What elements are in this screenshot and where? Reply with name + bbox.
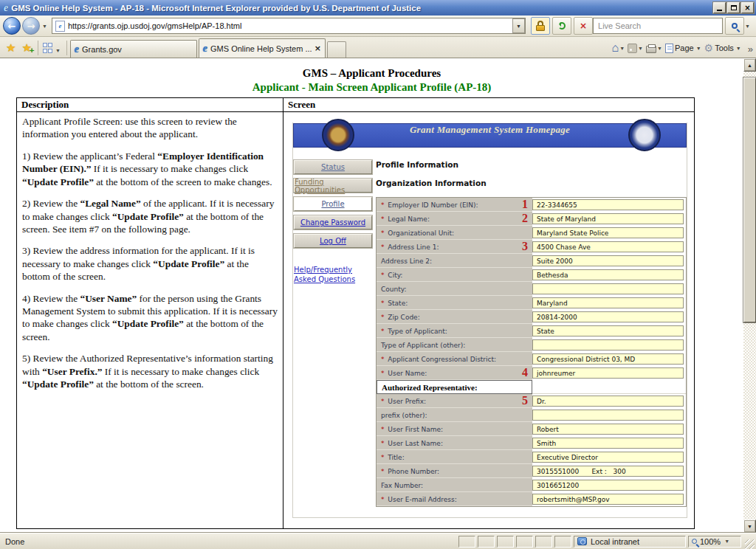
- print-icon[interactable]: [646, 46, 656, 53]
- form-row: * Applicant Congressional District:Congr…: [377, 352, 686, 366]
- search-input[interactable]: Live Search: [593, 18, 723, 34]
- refresh-button[interactable]: [552, 17, 571, 35]
- form-value-input[interactable]: 3015551000 Ext : 300: [532, 466, 684, 477]
- zoom-dropdown-icon[interactable]: ▼: [724, 539, 729, 544]
- search-placeholder: Live Search: [598, 21, 641, 30]
- form-label: * Applicant Congressional District:: [377, 352, 532, 366]
- tab-close-icon[interactable]: ×: [315, 44, 321, 53]
- print-dropdown-icon[interactable]: ▼: [657, 46, 662, 51]
- forward-button[interactable]: →: [22, 17, 40, 35]
- vertical-scrollbar[interactable]: ▲ ▼: [743, 58, 756, 533]
- form-row: prefix (other):: [377, 408, 686, 422]
- gms-sidebar-button-change-password[interactable]: Change Password: [294, 215, 372, 229]
- form-value-input[interactable]: 20814-2000: [532, 311, 684, 322]
- tab-grants-gov[interactable]: e Grants.gov: [70, 40, 197, 58]
- back-button[interactable]: ←: [3, 17, 21, 35]
- help-table: Description Screen Applicant Profile Scr…: [16, 97, 695, 529]
- column-header-screen: Screen: [284, 98, 694, 112]
- gms-sidebar-button-funding-opportunities[interactable]: Funding Opportunities: [294, 179, 372, 193]
- security-zone-pane: Local intranet: [574, 536, 686, 548]
- form-value-input[interactable]: Bethesda: [532, 269, 684, 280]
- annotation-number: 5: [522, 394, 528, 407]
- page-dropdown-icon[interactable]: ▼: [696, 46, 701, 51]
- gms-help-link[interactable]: Help/Frequently Asked Questions: [294, 266, 372, 284]
- close-button[interactable]: ×: [741, 2, 754, 13]
- tools-menu-label[interactable]: Tools: [715, 44, 734, 52]
- form-value-cell: 3015551000 Ext : 300: [532, 464, 686, 478]
- form-label: Type of Applicant (other):: [377, 338, 532, 352]
- form-value-input[interactable]: Congressional District 03, MD: [532, 353, 684, 365]
- form-value-input[interactable]: Executive Director: [532, 452, 684, 463]
- address-dropdown-button[interactable]: ▼: [512, 18, 525, 33]
- tab-label: Grants.gov: [82, 45, 193, 54]
- gms-sidebar-button-status[interactable]: Status: [294, 160, 372, 174]
- restore-button[interactable]: [727, 2, 740, 13]
- form-value-input[interactable]: Robert: [532, 424, 684, 435]
- home-dropdown-icon[interactable]: ▼: [619, 46, 625, 51]
- home-icon[interactable]: ⌂: [611, 41, 619, 55]
- form-value-input[interactable]: Dr.: [532, 396, 684, 407]
- form-row: Address Line 2:Suite 2000: [377, 254, 686, 268]
- url-text[interactable]: https://grants.ojp.usdoj.gov/gmsHelp/AP-…: [68, 21, 512, 30]
- zoom-control[interactable]: 100% ▼: [688, 536, 741, 548]
- form-label: * User Prefix:5: [377, 394, 532, 408]
- search-options-dropdown-icon[interactable]: ▼: [744, 24, 753, 29]
- form-row: County:: [377, 282, 686, 296]
- resize-grip[interactable]: [745, 539, 755, 549]
- form-value-input[interactable]: State of Maryland: [532, 213, 684, 224]
- form-value-input[interactable]: State: [532, 325, 684, 336]
- overflow-chevron-icon[interactable]: »: [748, 41, 753, 55]
- stop-button[interactable]: ×: [574, 17, 593, 35]
- address-bar[interactable]: e https://grants.ojp.usdoj.gov/gmsHelp/A…: [52, 18, 526, 34]
- security-lock-button[interactable]: [531, 17, 550, 35]
- tab-gms-help[interactable]: e GMS Online Help System ... ×: [199, 38, 326, 58]
- form-value-input[interactable]: Smith: [532, 438, 684, 449]
- scroll-up-icon[interactable]: ▲: [743, 58, 756, 72]
- add-favorite-icon[interactable]: ★+: [21, 41, 31, 55]
- form-value-input[interactable]: Maryland: [532, 297, 684, 308]
- form-value-input[interactable]: 3016651200: [532, 480, 684, 491]
- doj-seal-icon: [322, 119, 354, 151]
- tab-list-dropdown-icon[interactable]: ▼: [55, 48, 63, 58]
- form-value-input[interactable]: robertsmith@MSP.gov: [532, 494, 684, 505]
- ie-tab-icon: e: [203, 43, 207, 55]
- scrollbar-thumb[interactable]: [743, 77, 756, 322]
- page-menu-label[interactable]: Page: [675, 44, 694, 52]
- form-value-input[interactable]: 22-3344655: [532, 199, 684, 210]
- form-value-cell: Smith: [532, 436, 686, 450]
- page-menu-icon[interactable]: [665, 44, 673, 53]
- form-row: * Phone Number:3015551000 Ext : 300: [377, 464, 686, 478]
- tools-gear-icon[interactable]: ⚙: [704, 42, 714, 54]
- form-value-cell: Dr.: [532, 394, 686, 408]
- window-title: GMS Online Help System - AP-18 - Microso…: [11, 4, 712, 13]
- form-value-input[interactable]: johnreumer: [532, 367, 684, 379]
- column-header-description: Description: [17, 98, 284, 112]
- form-value-input[interactable]: [532, 339, 684, 351]
- description-paragraph: Applicant Profile Screen: use this scree…: [22, 115, 278, 141]
- new-tab-stub[interactable]: [327, 41, 346, 58]
- status-text: Done: [1, 537, 458, 546]
- tools-dropdown-icon[interactable]: ▼: [736, 46, 741, 51]
- form-value-input[interactable]: [532, 410, 684, 421]
- gms-sidebar-button-profile[interactable]: Profile: [294, 197, 372, 211]
- scroll-down-icon[interactable]: ▼: [743, 519, 756, 533]
- history-dropdown-icon[interactable]: ▼: [41, 24, 50, 29]
- feeds-icon[interactable]: [628, 44, 637, 53]
- form-value-input[interactable]: Maryland State Police: [532, 227, 684, 238]
- feeds-dropdown-icon[interactable]: ▼: [638, 46, 643, 51]
- quick-tabs-icon[interactable]: [43, 43, 53, 53]
- form-value-input[interactable]: Suite 2000: [532, 255, 684, 266]
- minimize-button[interactable]: [713, 2, 726, 13]
- form-value-cell: johnreumer: [532, 366, 686, 380]
- search-go-button[interactable]: [725, 17, 744, 35]
- form-value-cell: 3016651200: [532, 478, 686, 492]
- form-row: * Organizational Unit:Maryland State Pol…: [377, 226, 686, 240]
- form-value-input[interactable]: 4500 Chase Ave: [532, 241, 684, 252]
- form-value-cell: State: [532, 324, 686, 338]
- lock-icon: [536, 21, 545, 31]
- form-row: * City:Bethesda: [377, 268, 686, 282]
- form-value-input[interactable]: [532, 283, 684, 294]
- annotation-number: 4: [522, 366, 528, 379]
- gms-sidebar-button-log-off[interactable]: Log Off: [294, 234, 372, 248]
- favorites-center-icon[interactable]: ★: [6, 41, 16, 55]
